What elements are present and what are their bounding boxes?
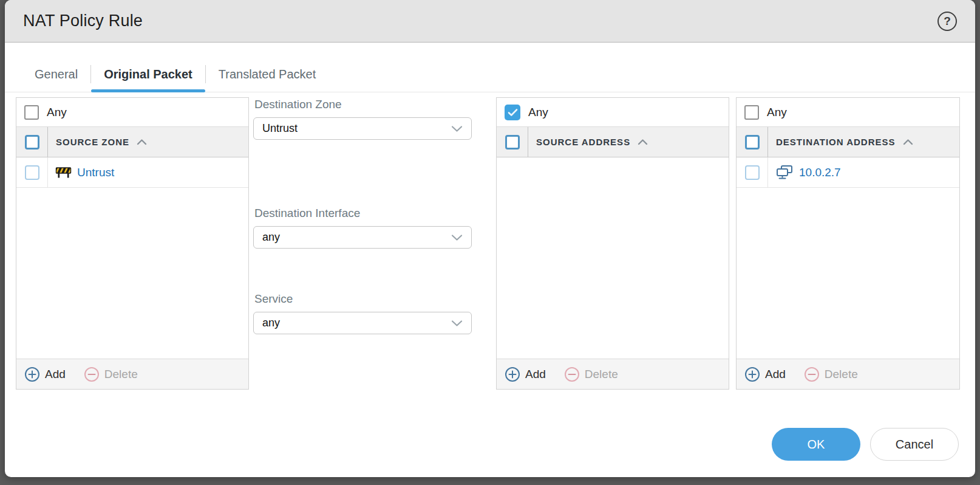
destination-zone-label: Destination Zone: [254, 98, 472, 111]
delete-label: Delete: [585, 368, 618, 381]
source-zone-select-all-checkbox[interactable]: [25, 135, 39, 150]
source-zone-delete-button[interactable]: Delete: [84, 366, 138, 382]
destination-address-footer: Add Delete: [737, 359, 959, 389]
source-zone-panel: Any SOURCE ZONE: [16, 97, 249, 390]
dialog-title: NAT Policy Rule: [23, 12, 143, 30]
delete-label: Delete: [104, 368, 138, 381]
destination-interface-field: Destination Interface any: [253, 207, 472, 249]
delete-label: Delete: [825, 368, 858, 381]
destination-address-delete-button[interactable]: Delete: [804, 366, 858, 382]
destination-address-row-checkbox[interactable]: [745, 165, 760, 180]
tab-general[interactable]: General: [22, 57, 90, 92]
source-zone-column-label: SOURCE ZONE: [56, 137, 129, 147]
destination-address-table-body: 10.0.2.7: [737, 157, 959, 359]
destination-address-value-link[interactable]: 10.0.2.7: [799, 166, 841, 179]
table-row: Untrust: [16, 157, 248, 188]
destination-interface-select[interactable]: any: [253, 226, 472, 249]
sort-ascending-icon: [638, 139, 648, 145]
check-icon: [508, 108, 518, 117]
add-label: Add: [45, 368, 66, 381]
source-address-add-button[interactable]: Add: [505, 366, 546, 382]
destination-form: Destination Zone Untrust Destination Int…: [253, 97, 472, 390]
service-label: Service: [254, 292, 472, 306]
table-row: 10.0.2.7: [737, 157, 959, 188]
add-label: Add: [765, 368, 786, 381]
source-address-column-label: SOURCE ADDRESS: [536, 137, 630, 147]
source-zone-column-header[interactable]: SOURCE ZONE: [48, 127, 147, 157]
backdrop: NAT Policy Rule ? General Original Packe…: [0, 0, 980, 485]
sort-ascending-icon: [903, 139, 913, 145]
source-address-any-label: Any: [528, 106, 548, 119]
minus-circle-icon: [804, 366, 820, 382]
source-address-panel: Any SOURCE ADDRESS: [496, 97, 729, 390]
source-zone-any-row: Any: [16, 98, 248, 127]
source-zone-table-header: SOURCE ZONE: [16, 127, 248, 157]
cancel-button[interactable]: Cancel: [870, 428, 959, 461]
source-address-table-body: [497, 157, 729, 359]
tab-original-packet[interactable]: Original Packet: [91, 57, 205, 92]
sort-ascending-icon: [137, 139, 147, 145]
zone-barricade-icon: [55, 166, 72, 179]
destination-address-column-label: DESTINATION ADDRESS: [776, 137, 896, 147]
destination-address-column-header[interactable]: DESTINATION ADDRESS: [768, 127, 913, 157]
add-label: Add: [525, 368, 546, 381]
source-address-any-row: Any: [497, 98, 729, 127]
service-select[interactable]: any: [253, 312, 472, 334]
nat-policy-rule-dialog: NAT Policy Rule ? General Original Packe…: [5, 0, 975, 477]
source-zone-footer: Add Delete: [16, 359, 248, 389]
minus-circle-icon: [564, 366, 580, 382]
original-packet-content: Any SOURCE ZONE: [5, 92, 975, 390]
destination-interface-label: Destination Interface: [254, 207, 472, 220]
tab-translated-packet[interactable]: Translated Packet: [206, 57, 328, 92]
dialog-actions: OK Cancel: [5, 428, 975, 461]
destination-interface-value: any: [262, 231, 280, 244]
source-zone-add-button[interactable]: Add: [24, 366, 66, 382]
destination-address-panel: Any DESTINATION ADDRESS: [736, 97, 960, 390]
ok-button[interactable]: OK: [772, 428, 860, 461]
minus-circle-icon: [84, 366, 100, 382]
source-zone-any-label: Any: [47, 106, 67, 119]
chevron-down-icon: [451, 320, 463, 327]
source-address-footer: Add Delete: [497, 359, 729, 389]
source-address-column-header[interactable]: SOURCE ADDRESS: [528, 127, 648, 157]
question-mark-icon: ?: [944, 15, 951, 28]
host-address-icon: [775, 165, 794, 181]
dialog-titlebar: NAT Policy Rule ?: [5, 0, 975, 43]
service-field: Service any: [253, 292, 472, 334]
help-button[interactable]: ?: [937, 12, 957, 31]
source-zone-value-link[interactable]: Untrust: [77, 166, 114, 179]
destination-address-any-row: Any: [737, 98, 959, 127]
plus-circle-icon: [24, 366, 40, 382]
destination-address-table-header: DESTINATION ADDRESS: [737, 127, 959, 157]
service-value: any: [262, 317, 280, 329]
plus-circle-icon: [505, 366, 520, 382]
source-zone-any-checkbox[interactable]: [24, 105, 39, 120]
source-zone-table-body: Untrust: [16, 157, 248, 359]
destination-zone-select[interactable]: Untrust: [253, 117, 472, 140]
chevron-down-icon: [451, 234, 463, 241]
source-address-select-all-checkbox[interactable]: [505, 135, 520, 150]
destination-zone-value: Untrust: [262, 122, 298, 135]
tab-bar: General Original Packet Translated Packe…: [5, 43, 975, 92]
source-address-table-header: SOURCE ADDRESS: [497, 127, 729, 157]
source-address-any-checkbox[interactable]: [505, 105, 520, 120]
source-address-delete-button[interactable]: Delete: [564, 366, 618, 382]
destination-address-any-label: Any: [767, 106, 787, 119]
destination-address-any-checkbox[interactable]: [744, 105, 759, 120]
source-zone-row-checkbox[interactable]: [25, 165, 39, 180]
destination-address-add-button[interactable]: Add: [744, 366, 786, 382]
plus-circle-icon: [744, 366, 760, 382]
destination-address-select-all-checkbox[interactable]: [745, 135, 760, 150]
chevron-down-icon: [451, 125, 463, 132]
destination-zone-field: Destination Zone Untrust: [253, 98, 472, 140]
